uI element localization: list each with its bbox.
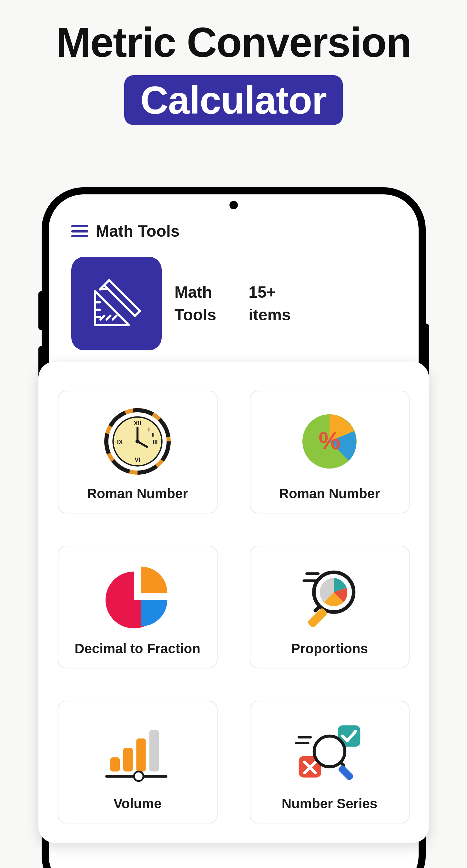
svg-point-30 bbox=[134, 771, 143, 781]
check-cross-magnify-icon bbox=[294, 716, 365, 787]
promo-title: Metric Conversion bbox=[0, 20, 467, 66]
tool-label: Volume bbox=[113, 796, 162, 811]
svg-text:%: % bbox=[319, 427, 340, 454]
svg-rect-25 bbox=[110, 757, 120, 771]
roman-clock-icon: XII III VI IX I II bbox=[102, 406, 173, 477]
tool-label: Roman Number bbox=[87, 486, 188, 501]
svg-text:I: I bbox=[148, 427, 150, 433]
category-info: Math Tools 15+ items bbox=[175, 281, 291, 326]
svg-rect-37 bbox=[338, 764, 354, 781]
tool-card-number-series[interactable]: Number Series bbox=[250, 701, 409, 824]
svg-rect-28 bbox=[149, 730, 159, 771]
tool-card-roman-number[interactable]: XII III VI IX I II Roman Number bbox=[58, 391, 218, 514]
category-count: 15+ items bbox=[248, 281, 291, 326]
svg-rect-27 bbox=[136, 739, 145, 772]
phone-camera-notch bbox=[230, 201, 238, 209]
svg-text:II: II bbox=[152, 432, 155, 438]
tool-label: Decimal to Fraction bbox=[74, 641, 200, 656]
svg-line-5 bbox=[113, 316, 116, 319]
svg-text:XII: XII bbox=[134, 420, 141, 427]
promo-badge: Calculator bbox=[124, 75, 343, 125]
tool-card-proportions[interactable]: Proportions bbox=[250, 546, 409, 669]
ruler-triangle-icon bbox=[71, 257, 162, 350]
svg-line-3 bbox=[100, 316, 104, 319]
svg-line-24 bbox=[315, 607, 320, 611]
tool-label: Proportions bbox=[291, 641, 368, 656]
svg-text:VI: VI bbox=[135, 456, 140, 463]
category-banner: Math Tools 15+ items bbox=[49, 247, 419, 363]
tool-card-roman-number-2[interactable]: % Roman Number bbox=[250, 391, 409, 514]
svg-point-17 bbox=[136, 439, 140, 444]
tool-label: Number Series bbox=[282, 796, 377, 811]
svg-text:III: III bbox=[153, 438, 158, 445]
tool-label: Roman Number bbox=[279, 486, 380, 501]
phone-side-button bbox=[38, 291, 44, 330]
pie-chart-icon bbox=[102, 561, 173, 632]
tool-card-volume[interactable]: Volume bbox=[58, 701, 218, 824]
tool-grid: XII III VI IX I II Roman Number bbox=[58, 391, 409, 824]
magnify-chart-icon bbox=[294, 561, 365, 632]
tool-card-decimal-fraction[interactable]: Decimal to Fraction bbox=[58, 546, 218, 669]
hamburger-menu-icon[interactable] bbox=[71, 225, 88, 237]
svg-rect-26 bbox=[123, 748, 133, 771]
percent-pie-icon: % bbox=[294, 406, 365, 477]
svg-line-36 bbox=[340, 762, 344, 766]
promo-header: Metric Conversion Calculator bbox=[0, 0, 467, 125]
category-name: Math Tools bbox=[175, 281, 216, 326]
tools-sheet: XII III VI IX I II Roman Number bbox=[38, 362, 429, 843]
app-title: Math Tools bbox=[96, 222, 180, 241]
volume-bars-icon bbox=[102, 716, 173, 787]
svg-line-4 bbox=[106, 316, 110, 319]
svg-text:IX: IX bbox=[117, 438, 123, 445]
